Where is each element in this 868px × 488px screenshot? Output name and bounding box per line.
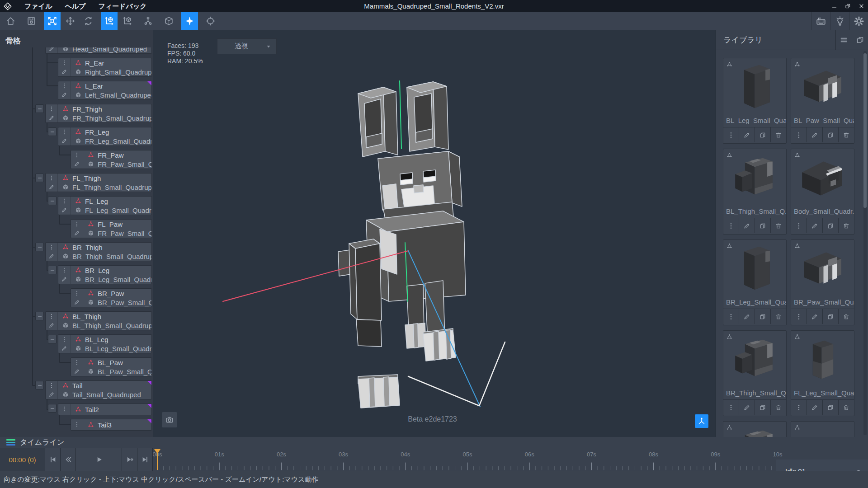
edit-mesh-button[interactable] [58, 67, 70, 76]
node-menu-button[interactable] [71, 358, 83, 367]
bone-node-tail3[interactable]: Tail3 [71, 419, 152, 431]
card-copy-button[interactable] [823, 400, 839, 415]
bone-node-fr_paw[interactable]: FR_PawFR_Paw_Small_Quadruped [71, 150, 152, 169]
next-key-button[interactable] [122, 448, 137, 471]
rig-tool-button[interactable] [140, 12, 156, 30]
card-kebab-button[interactable] [791, 127, 807, 142]
card-copy-button[interactable] [823, 127, 839, 142]
node-menu-button[interactable] [58, 404, 70, 413]
library-card-7[interactable]: BR_Thigh_Small_Q... [723, 330, 787, 416]
bone-node-bl_leg[interactable]: BL_LegBL_Leg_Small_Quadruped [58, 334, 152, 353]
bone-node-br_paw[interactable]: BR_PawBR_Paw_Small_Quadruped [71, 288, 152, 307]
bone-node-br_leg[interactable]: BR_LegBR_Leg_Small_Quadruped [58, 265, 152, 284]
library-card-4[interactable]: Body_Small_Quadr... [791, 149, 854, 235]
timeline-ruler[interactable]: 00s01s02s03s04s05s06s07s08s09s10s [153, 448, 868, 471]
sparkle-tool-button[interactable] [181, 12, 198, 30]
keyboard-button[interactable] [811, 12, 830, 30]
save-tool-button[interactable] [23, 12, 40, 30]
close-button[interactable] [854, 0, 868, 12]
card-copy-button[interactable] [755, 309, 771, 324]
library-card-3[interactable]: BL_Thigh_Small_Q... [723, 149, 787, 235]
timeline-menu-icon[interactable] [6, 439, 15, 446]
card-pencil-button[interactable] [739, 309, 755, 324]
edit-mesh-button[interactable] [46, 183, 57, 192]
node-menu-button[interactable] [58, 127, 70, 136]
edit-mesh-button[interactable] [46, 321, 57, 330]
edit-mesh-button[interactable] [58, 136, 70, 145]
library-menu-button[interactable] [835, 30, 852, 50]
node-menu-button[interactable] [71, 419, 83, 429]
card-copy-button[interactable] [823, 218, 839, 233]
card-kebab-button[interactable] [723, 127, 739, 142]
card-pencil-button[interactable] [807, 309, 823, 324]
edit-mesh-button[interactable] [71, 160, 83, 169]
bone-node-tail[interactable]: TailTail_Small_Quadruped [45, 380, 152, 399]
card-trash-button[interactable] [839, 127, 854, 142]
edit-mesh-button[interactable] [71, 367, 83, 376]
node-menu-button[interactable] [46, 312, 57, 321]
node-menu-button[interactable] [71, 289, 83, 298]
prev-frame-button[interactable] [61, 448, 76, 471]
card-kebab-button[interactable] [723, 400, 739, 415]
collapse-button-br_leg[interactable] [48, 266, 57, 274]
bone-node-fl_paw[interactable]: FL_PawFR_Paw_Small_Quadruped [71, 219, 152, 238]
viewport-3d[interactable]: Faces: 193 FPS: 60.0 RAM: 20.5% 透視 Beta … [154, 30, 711, 437]
play-button[interactable] [76, 448, 122, 471]
card-kebab-button[interactable] [723, 309, 739, 324]
move-tool-button[interactable] [62, 12, 79, 30]
world-axes-tool-button[interactable] [101, 12, 118, 30]
node-menu-button[interactable] [46, 174, 57, 183]
edit-mesh-button[interactable] [71, 229, 83, 238]
bulb-button[interactable] [830, 12, 849, 30]
edit-mesh-button[interactable] [46, 252, 57, 261]
card-trash-button[interactable] [771, 127, 786, 142]
library-detach-button[interactable] [852, 30, 868, 50]
edit-mesh-button[interactable] [46, 390, 57, 399]
bone-node-head[interactable]: HeadHead_Small_Quadruped [45, 47, 152, 54]
card-copy-button[interactable] [755, 127, 771, 142]
edit-mesh-button[interactable] [46, 113, 57, 122]
library-card-5[interactable]: BR_Leg_Small_Qua... [723, 239, 787, 325]
menu-1[interactable]: ファイル [18, 0, 58, 12]
menu-3[interactable]: フィードバック [92, 0, 153, 12]
node-menu-button[interactable] [71, 150, 83, 160]
card-pencil-button[interactable] [807, 218, 823, 233]
bone-node-fl_thigh[interactable]: FL_ThighFL_Thigh_Small_Quadruped [45, 173, 152, 192]
card-trash-button[interactable] [839, 218, 854, 233]
restore-button[interactable] [841, 0, 854, 12]
edit-mesh-button[interactable] [71, 298, 83, 307]
edit-mesh-button[interactable] [46, 47, 57, 53]
collapse-button-fr_leg[interactable] [48, 127, 57, 136]
card-kebab-button[interactable] [791, 309, 807, 324]
card-pencil-button[interactable] [807, 400, 823, 415]
bone-node-fr_leg[interactable]: FR_LegFR_Leg_Small_Quadruped [58, 127, 152, 146]
bone-node-bl_thigh[interactable]: BL_ThighBL_Thigh_Small_Quadruped [45, 311, 152, 330]
card-kebab-button[interactable] [791, 400, 807, 415]
node-menu-button[interactable] [46, 243, 57, 252]
collapse-button-tail[interactable] [35, 381, 44, 389]
collapse-button-tail2[interactable] [48, 404, 57, 413]
card-pencil-button[interactable] [739, 127, 755, 142]
card-pencil-button[interactable] [739, 400, 755, 415]
local-axes-tool-button[interactable] [119, 12, 136, 30]
node-menu-button[interactable] [58, 197, 70, 206]
bone-node-fl_leg[interactable]: FL_LegFL_Leg_Small_Quadruped [58, 196, 152, 215]
collapse-button-fl_thigh[interactable] [35, 174, 44, 182]
node-menu-button[interactable] [58, 335, 70, 344]
collapse-button-fr_thigh[interactable] [35, 104, 44, 113]
bone-node-fr_thigh[interactable]: FR_ThighFR_Thigh_Small_Quadruped [45, 104, 152, 123]
projection-select[interactable]: 透視 [217, 38, 277, 54]
card-trash-button[interactable] [771, 309, 786, 324]
bone-node-r_ear[interactable]: R_EarRight_Small_Quadruped [58, 58, 152, 77]
rotate-tool-button[interactable] [80, 12, 97, 30]
card-trash-button[interactable] [839, 400, 854, 415]
card-trash-button[interactable] [771, 218, 786, 233]
collapse-button-fl_leg[interactable] [48, 197, 57, 205]
library-card-8[interactable]: FL_Leg_Small_Qua... [791, 330, 854, 416]
skip-start-button[interactable] [45, 448, 61, 471]
collapse-button-bl_leg[interactable] [48, 335, 57, 343]
edit-mesh-button[interactable] [58, 344, 70, 353]
node-menu-button[interactable] [58, 266, 70, 275]
card-copy-button[interactable] [823, 309, 839, 324]
library-card-9[interactable] [723, 421, 787, 437]
